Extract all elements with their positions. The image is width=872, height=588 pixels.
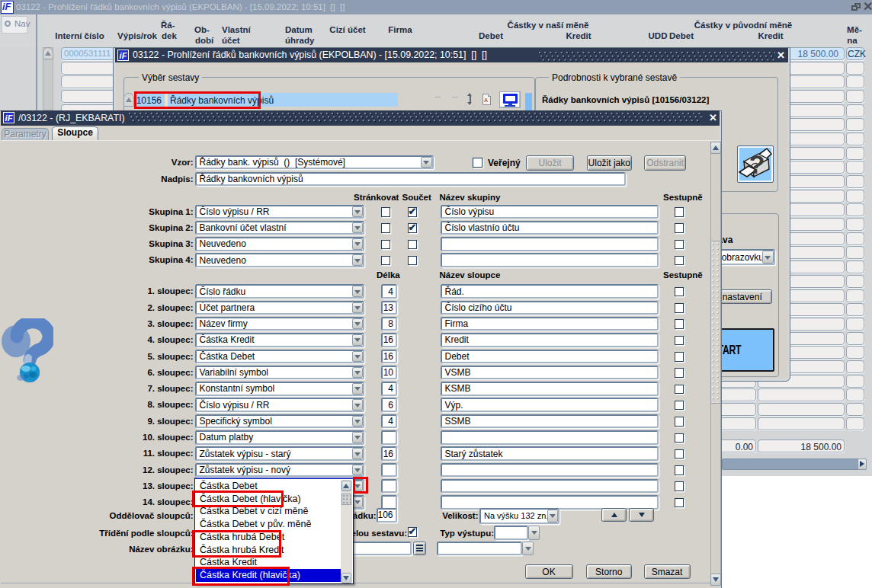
svg-text:?: ? [747, 149, 766, 180]
